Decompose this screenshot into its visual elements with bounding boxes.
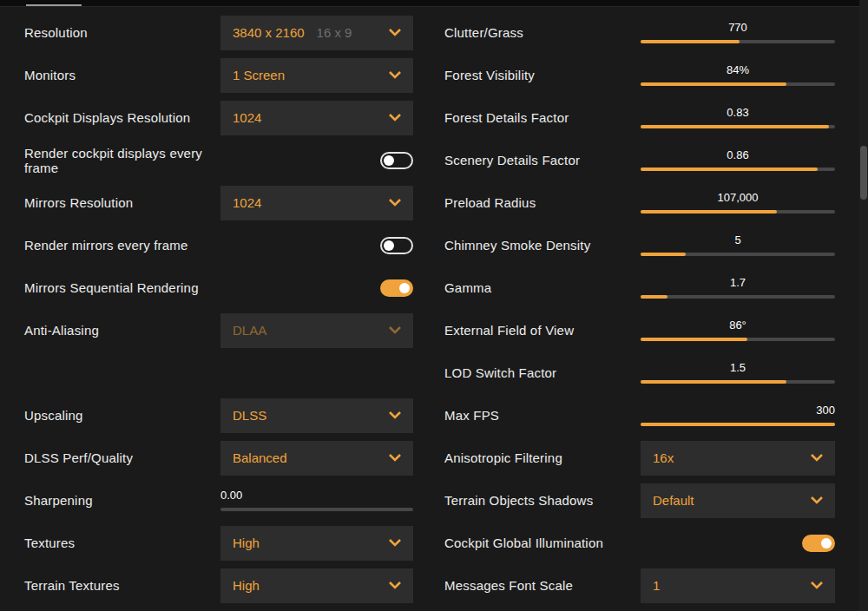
setting-label: Textures [24,535,220,550]
chevron-down-icon [389,29,401,36]
render-mirrors-toggle[interactable] [380,237,413,254]
slider-track[interactable] [641,210,835,214]
sharpening-slider[interactable]: 0.00 [220,489,413,511]
setting-row-sharpening: Sharpening 0.00 [24,479,413,522]
chevron-down-icon [811,454,823,462]
setting-label: Preload Radius [444,195,641,210]
setting-label: Scenery Details Factor [444,153,641,168]
slider-track[interactable] [220,508,413,511]
external-field-of-view-slider[interactable]: 86° [641,319,835,341]
slider-fill [641,125,829,128]
setting-label: Sharpening [24,493,220,508]
textures-dropdown[interactable]: High [220,526,413,561]
chevron-down-icon [389,539,401,547]
terrain-objects-shadows-dropdown[interactable]: Default [641,483,835,518]
slider-fill [641,168,818,171]
monitors-dropdown[interactable]: 1 Screen [220,58,413,93]
setting-row-mirrors-sequential-rendering: Mirrors Sequential Rendering [24,266,413,309]
setting-label: Upscaling [24,408,220,423]
settings-column-right: Clutter/Grass 770 Forest Visibility 84% … [444,11,835,607]
chevron-down-icon [389,581,401,589]
dropdown-value: Balanced [233,450,287,465]
tab-indicator [26,4,82,6]
setting-label: External Field of View [444,323,641,338]
slider-track[interactable] [641,40,835,43]
scrollbar-thumb[interactable] [860,146,867,200]
setting-row-messages-font-scale: Messages Font Scale 1 [444,564,835,607]
setting-row-cockpit-global-illumination: Cockpit Global Illumination [444,522,835,564]
setting-label: Resolution [24,25,220,40]
terrain-textures-dropdown[interactable]: High [220,568,413,603]
forest-visibility-slider[interactable]: 84% [641,64,835,86]
lod-switch-factor-slider[interactable]: 1.5 [641,362,835,384]
slider-fill [641,210,777,214]
slider-track[interactable] [641,82,835,86]
setting-label: Anti-Aliasing [24,323,220,338]
setting-label: Max FPS [444,408,641,423]
setting-row-lod-switch-factor: LOD Switch Factor 1.5 [444,351,835,394]
setting-row-preload-radius: Preload Radius 107,000 [444,181,835,224]
top-bar [0,0,868,7]
setting-row-render-cockpit-displays: Render cockpit displays every frame [24,139,413,181]
slider-track[interactable] [641,295,835,299]
toggle-knob [384,155,394,166]
setting-row-scenery-details-factor: Scenery Details Factor 0.86 [444,139,835,181]
spacer-row [24,351,413,394]
mirrors-sequential-rendering-toggle[interactable] [380,279,413,297]
anisotropic-filtering-dropdown[interactable]: 16x [641,441,835,476]
messages-font-scale-dropdown[interactable]: 1 [641,568,835,603]
dropdown-value: High [233,578,260,593]
slider-track[interactable] [641,423,835,426]
forest-details-factor-slider[interactable]: 0.83 [641,107,835,128]
graphics-settings-panel: Resolution 3840 x 2160 16 x 9 Monitors 1… [0,8,835,607]
setting-row-forest-details-factor: Forest Details Factor 0.83 [444,96,835,139]
toggle-knob [821,538,832,549]
chevron-down-icon [811,581,823,589]
slider-track[interactable] [641,125,835,128]
scenery-details-factor-slider[interactable]: 0.86 [641,149,835,171]
dlss-perf-quality-dropdown[interactable]: Balanced [220,441,413,476]
chevron-down-icon [389,71,401,79]
vertical-scrollbar[interactable] [859,0,868,611]
slider-fill [641,338,747,341]
setting-row-external-field-of-view: External Field of View 86° [444,309,835,351]
render-cockpit-displays-toggle[interactable] [380,152,413,169]
dropdown-value: DLSS [233,408,266,423]
mirrors-resolution-dropdown[interactable]: 1024 [220,186,413,220]
upscaling-dropdown[interactable]: DLSS [220,398,413,433]
setting-row-mirrors-resolution: Mirrors Resolution 1024 [24,181,413,224]
resolution-dropdown[interactable]: 3840 x 2160 16 x 9 [220,16,413,50]
setting-row-textures: Textures High [24,522,413,564]
cockpit-global-illumination-toggle[interactable] [802,535,835,552]
cockpit-displays-resolution-dropdown[interactable]: 1024 [220,101,413,135]
dropdown-value: 1024 [233,195,261,210]
setting-row-resolution: Resolution 3840 x 2160 16 x 9 [24,11,413,54]
clutter-grass-slider[interactable]: 770 [641,22,835,43]
preload-radius-slider[interactable]: 107,000 [641,192,835,214]
chevron-down-icon [389,326,401,334]
setting-label: Render cockpit displays every frame [24,146,220,175]
setting-label: Messages Font Scale [444,578,641,593]
slider-value: 86° [641,319,835,332]
setting-label: Mirrors Resolution [24,195,220,210]
setting-label: Gamma [444,280,641,295]
slider-track[interactable] [641,253,835,256]
slider-value: 1.5 [641,362,835,374]
slider-value: 84% [641,64,835,76]
slider-track[interactable] [641,168,835,171]
chevron-down-icon [389,411,401,419]
slider-fill [641,253,686,256]
setting-label: Clutter/Grass [444,25,641,40]
dropdown-suffix: 16 x 9 [317,25,352,40]
slider-value: 0.86 [641,149,835,161]
gamma-slider[interactable]: 1.7 [641,277,835,299]
slider-fill [641,40,740,43]
chimney-smoke-density-slider[interactable]: 5 [641,234,835,256]
toggle-knob [384,240,394,251]
slider-track[interactable] [641,338,835,341]
setting-label: Anisotropic Filtering [444,450,641,465]
setting-label: DLSS Perf/Quality [24,450,220,465]
slider-track[interactable] [641,380,835,384]
max-fps-slider[interactable]: 300 [641,404,835,426]
dropdown-value: 16x [653,450,674,465]
